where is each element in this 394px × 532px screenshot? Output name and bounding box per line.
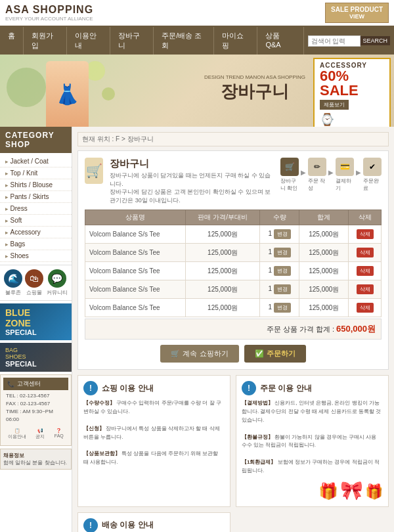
cat-jacket[interactable]: Jacket / Coat [0, 156, 72, 167]
shopping-guide-icon: ! [83, 381, 98, 395]
cust-guide-icon[interactable]: 📋이용안내 [8, 428, 26, 440]
step-arrow-2: ▶ [328, 169, 334, 176]
product-price-cell: 125,000원 [186, 262, 260, 280]
delete-item-button[interactable]: 삭제 [357, 284, 374, 294]
qty-change-button[interactable]: 변경 [274, 248, 291, 257]
sale-label: SALE PRODUCT [331, 6, 383, 13]
banner-sub: DESIGN TREND MANON ASA SHOPPING [204, 74, 305, 80]
logo: ASA SHOPPING [5, 4, 93, 16]
cart-desc2: 장바구니에 담긴 상품은 고객 본인만이 확인하실 수 있으며 보관기간은 30… [110, 188, 274, 204]
delivery-guide-box: ! 배송 이용 안내 【선착대상 구매시】 무료로 배송해드립니다. 【기본배송… [77, 512, 230, 532]
cat-top[interactable]: Top / Knit [0, 167, 72, 179]
shopping-guide-box: ! 쇼핑 이용 안내 【수량수정】 구매수수 입력하여 주문/구매를 수량 더 … [77, 375, 230, 506]
search-button[interactable]: SEARCH [361, 36, 391, 45]
cat-pants[interactable]: Pants / Skirts [0, 191, 72, 203]
cat-soft[interactable]: Soft [0, 215, 72, 227]
shopping-guide-title: 쇼핑 이용 안내 [102, 383, 154, 394]
cat-dress[interactable]: Dress [0, 203, 72, 215]
employment-section[interactable]: 채용정보 함께 일하실 분을 찾습니다. [0, 449, 72, 470]
nav-bar: 홈 회원가입 이용안내 장바구니 주문/배송 조회 마이쇼핑 상품 Q&A SE… [0, 27, 394, 55]
cat-shirts[interactable]: Shirts / Blouse [0, 179, 72, 191]
order-guide-box: ! 주문 이용 안내 【결제방법】 신용카드, 인터넷 은행금, 온라인 뱅킹이… [236, 375, 389, 506]
sidebar-icon-bluezone[interactable]: 🌊 불루존 [4, 269, 22, 296]
accessory-view-btn[interactable]: 제품보기 [320, 100, 349, 110]
step-payment: 💳 결제하기 [336, 158, 354, 192]
product-name-cell: Volcom Balance S/s Tee [85, 244, 186, 262]
cat-accessory[interactable]: Accessory [0, 227, 72, 238]
product-total-cell: 125,000원 [299, 280, 349, 299]
blue-zone-special: SPECIAL [5, 328, 66, 336]
delete-item-button[interactable]: 삭제 [357, 229, 374, 239]
cat-bags[interactable]: Bags [0, 238, 72, 250]
accessory-icon: ⌚ [320, 112, 384, 127]
delete-item-button[interactable]: 삭제 [357, 266, 374, 276]
step-arrow-3: ▶ [356, 169, 361, 176]
customer-center-label: 고객센터 [17, 380, 41, 388]
step-order: ✏ 주문 작성 [308, 158, 326, 192]
shopping-guide-header: ! 쇼핑 이용 안내 [83, 381, 225, 395]
cart-desc1: 장바구니에 상품이 담겨있을 때는 언제든지 구매 하실 수 있습니다. [110, 171, 274, 188]
product-qty-cell: 1 변경 [259, 280, 299, 299]
cust-notice-icon[interactable]: 📢공지 [35, 428, 45, 440]
table-row: Volcom Balance S/s Tee 125,000원 1 변경 125… [85, 280, 382, 299]
category-header: CATEGORY SHOP [0, 127, 72, 153]
gift-icon-3: 🎁 [365, 483, 383, 500]
sale-banner[interactable]: SALE PRODUCT VIEW [325, 3, 389, 23]
table-row: Volcom Balance S/s Tee 125,000원 1 변경 125… [85, 225, 382, 244]
continue-shopping-button[interactable]: 🛒 계속 쇼핑하기 [160, 345, 238, 363]
nav-guide[interactable]: 이용안내 [67, 27, 110, 55]
sidebar-quick-icons: 🌊 불루존 🛍 쇼핑몰 💬 커뮤니티 [0, 265, 72, 301]
step-cart: 🛒 장바구니 확인 [280, 158, 299, 192]
table-row: Volcom Balance S/s Tee 125,000원 1 변경 125… [85, 244, 382, 262]
order-button[interactable]: ✅ 주문하기 [244, 345, 306, 363]
banner: 👗 DESIGN TREND MANON ASA SHOPPING 장바구니 A… [0, 55, 394, 127]
nav-qna[interactable]: 상품 Q&A [257, 27, 303, 55]
cart-title: 장바구니 [110, 158, 274, 170]
breadcrumb-text: 현재 위치 : F > 장바구니 [82, 135, 154, 143]
product-total-cell: 125,000원 [299, 262, 349, 280]
search-input[interactable] [308, 35, 361, 47]
qty-change-button[interactable]: 변경 [274, 229, 291, 239]
headset-icon: 📞 [7, 381, 14, 388]
order-guide-icon: ! [242, 381, 256, 395]
step-payment-label: 결제하기 [336, 177, 354, 192]
qty-change-button[interactable]: 변경 [274, 303, 291, 313]
sidebar: CATEGORY SHOP Jacket / Coat Top / Knit S… [0, 127, 72, 532]
shopping-guide-content: 【수량수정】 구매수수 입력하여 주문/구매를 수량 더 잘 구변하실 수 있습… [83, 399, 225, 466]
cat-shoes[interactable]: Shoes [0, 250, 72, 262]
bag-zone-title: BAGSHOES [5, 347, 66, 360]
basket-icon: 🛒 [171, 349, 180, 358]
delivery-guide-header: ! 배송 이용 안내 [83, 518, 225, 532]
customer-center-header: 📞 고객센터 [3, 378, 68, 390]
accessory-sale: 60% SALE [320, 69, 384, 98]
bag-zone-banner[interactable]: BAGSHOES SPECIAL [0, 343, 72, 372]
sidebar-icon-shop[interactable]: 🛍 쇼핑몰 [25, 269, 43, 296]
logo-subtitle: EVERY YOUR ACCOUNT ALLIANCE [5, 16, 93, 22]
order-guide-content: 【결제방법】 신용카드, 인터넷 은행금, 온라인 뱅킹이 가능합니다. 결제수… [242, 399, 383, 475]
sidebar-icon-community[interactable]: 💬 커뮤니티 [47, 269, 68, 296]
order-icon: ✅ [255, 349, 264, 358]
qty-change-button[interactable]: 변경 [274, 266, 291, 276]
nav-cart[interactable]: 장바구니 [110, 27, 154, 55]
product-delete-cell: 삭제 [349, 244, 382, 262]
blue-zone-banner[interactable]: BLUEZONE SPECIAL [0, 303, 72, 340]
main-content: CATEGORY SHOP Jacket / Coat Top / Knit S… [0, 127, 394, 532]
nav-order[interactable]: 주문/배송 조회 [154, 27, 214, 55]
delete-item-button[interactable]: 삭제 [357, 248, 374, 257]
product-price-cell: 125,000원 [186, 280, 260, 299]
product-price-cell: 125,000원 [186, 299, 260, 317]
step-cart-icon: 🛒 [280, 158, 299, 176]
nav-myshopping[interactable]: 마이쇼핑 [214, 27, 257, 55]
logo-area: ASA SHOPPING EVERY YOUR ACCOUNT ALLIANCE [5, 4, 93, 22]
qty-change-button[interactable]: 변경 [274, 284, 291, 294]
nav-home[interactable]: 홈 [0, 27, 24, 55]
step-order-icon: ✏ [308, 158, 326, 176]
main-content-area: 현재 위치 : F > 장바구니 🛒 장바구니 장바구니에 상품이 담겨있을 때… [72, 127, 394, 532]
delete-item-button[interactable]: 삭제 [357, 303, 374, 313]
nav-register[interactable]: 회원가입 [24, 27, 67, 55]
cust-faq-icon[interactable]: ❓FAQ [55, 428, 64, 440]
gift-decoration: 🎁 🎀 🎁 [242, 479, 383, 501]
step-payment-icon: 💳 [336, 158, 354, 176]
step-order-label: 주문 작성 [308, 177, 326, 192]
product-total-cell: 125,000원 [299, 244, 349, 262]
